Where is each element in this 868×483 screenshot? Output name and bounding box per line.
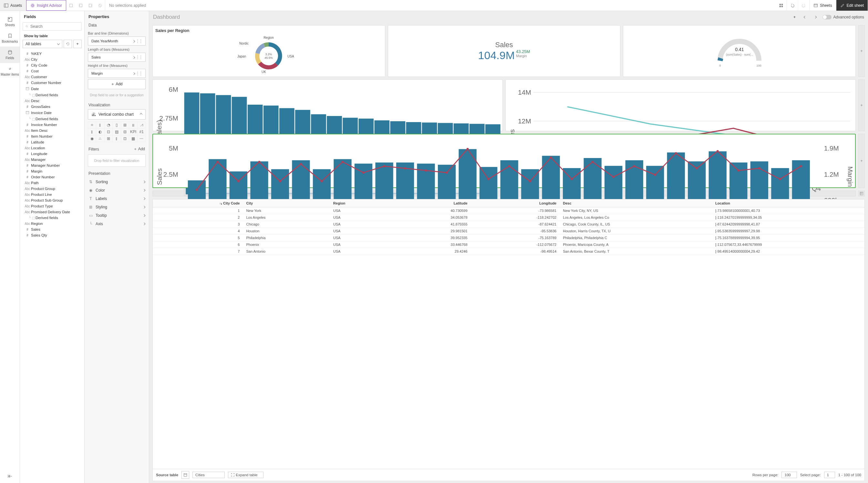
field-item[interactable]: AbcPath — [20, 180, 84, 186]
table-header[interactable]: ↑₁ City Code — [153, 199, 243, 207]
presentation-labels[interactable]: TLabels — [85, 194, 149, 203]
field-item[interactable]: AbcCity — [20, 57, 84, 62]
donut-card[interactable]: Sales per Region 3.2% 45 — [152, 25, 385, 77]
table-options-button[interactable] — [858, 191, 865, 197]
table-header[interactable]: Location — [712, 199, 864, 207]
insight-advisor-button[interactable]: Insight Advisor — [26, 0, 66, 11]
dim-pill[interactable]: Date.YearMonth ⋮⋮ — [88, 36, 146, 46]
drag-handle-icon[interactable]: ⋮⋮ — [135, 55, 142, 59]
redo-button[interactable] — [798, 0, 810, 11]
add-field-button[interactable]: + — [73, 40, 82, 48]
table-row[interactable]: 6PhoenixUSA33.446768-112.075672Phoenix, … — [153, 241, 864, 248]
line-pill[interactable]: Margin ⋮⋮ — [88, 69, 146, 78]
viz-type-option[interactable]: ⊡ — [104, 128, 113, 135]
field-item[interactable]: AbcRegion — [20, 221, 84, 227]
bars-pill[interactable]: Sales ⋮⋮ — [88, 53, 146, 62]
next-sheet-button[interactable] — [811, 12, 820, 22]
edit-sheet-button[interactable]: Edit sheet — [836, 0, 868, 11]
field-item[interactable]: AbcDesc — [20, 98, 84, 104]
table-row[interactable]: 7San AntonioUSA29.4246-98.49514San Anton… — [153, 248, 864, 255]
assets-button[interactable]: Assets — [0, 0, 26, 11]
viz-type-option[interactable]: ◉ — [88, 135, 97, 142]
combo-chart-card[interactable]: SalesMargin5M2.5M1.9M1.2M600k2012-Q12012… — [152, 134, 856, 188]
field-item[interactable]: Date — [20, 86, 84, 92]
field-item[interactable]: └ Derived fields — [20, 92, 84, 98]
viz-type-option[interactable]: ⫿ — [113, 135, 121, 142]
field-item[interactable]: Invoice Date — [20, 110, 84, 116]
viz-type-option[interactable]: ▯ — [113, 121, 121, 128]
sheets-button[interactable]: Sheets — [810, 0, 836, 11]
table-select[interactable]: All tables — [23, 40, 62, 48]
viz-type-option[interactable]: ⊞ — [104, 135, 113, 142]
rail-master[interactable]: Master items — [0, 63, 20, 80]
field-item[interactable]: #GrossSales — [20, 104, 84, 110]
field-item[interactable]: #Customer Number — [20, 80, 84, 86]
field-item[interactable]: #Order Number — [20, 174, 84, 180]
presentation-styling[interactable]: ⊞Styling — [85, 203, 149, 211]
field-item[interactable]: #Sales Qty — [20, 232, 84, 238]
presentation-tooltip[interactable]: ▭Tooltip — [85, 211, 149, 220]
add-right-slot-3[interactable]: + — [858, 134, 865, 188]
add-right-slot[interactable]: + — [858, 25, 865, 77]
viz-type-option[interactable]: ◔ — [104, 121, 113, 128]
rail-fields[interactable]: Fields — [0, 47, 20, 63]
table-header[interactable]: City — [243, 199, 330, 207]
data-table-card[interactable]: ↑₁ City CodeCityRegionLatitudeLongitudeD… — [152, 199, 865, 481]
table-row[interactable]: 4HoustonUSA29.981501-95.53836Houston, Ha… — [153, 228, 864, 235]
source-table-select[interactable]: Cities — [192, 472, 225, 478]
table-row[interactable]: 5PhiladelphiaUSA39.952335-75.163789Phila… — [153, 235, 864, 241]
table-row[interactable]: 1New YorkUSA40.730599-73.986581New York … — [153, 207, 864, 214]
viz-type-option[interactable]: ⫿ — [96, 121, 104, 128]
presentation-axis[interactable]: └Axis — [85, 220, 149, 228]
fields-search[interactable] — [23, 22, 82, 31]
presentation-color[interactable]: ◉Color — [85, 186, 149, 194]
viz-type-option[interactable]: KPI — [129, 128, 137, 135]
fields-search-input[interactable] — [30, 24, 79, 29]
field-item[interactable]: AbcProduct Line — [20, 191, 84, 198]
clear-selections-button[interactable] — [95, 0, 105, 11]
rail-bookmarks[interactable]: Bookmarks — [0, 30, 20, 47]
table-header[interactable]: Desc — [560, 199, 712, 207]
viz-type-option[interactable]: ✧ — [88, 121, 97, 128]
field-item[interactable]: #Latitude — [20, 139, 84, 145]
field-item[interactable]: AbcLocation — [20, 145, 84, 151]
field-item[interactable]: #Longitude — [20, 151, 84, 157]
viz-type-option[interactable]: ⩘ — [137, 121, 146, 128]
viz-type-option[interactable]: ⋯ — [137, 135, 146, 142]
refresh-fields-button[interactable] — [64, 40, 72, 48]
viz-type-option[interactable]: ⫿ — [88, 128, 97, 135]
expand-table-button[interactable]: ⛶ Expand table — [228, 472, 264, 478]
table-header[interactable]: Region — [330, 199, 392, 207]
field-item[interactable]: AbcManager — [20, 157, 84, 162]
table-row[interactable]: 3ChicagoUSA41.875555-87.624421Chicago, C… — [153, 221, 864, 228]
source-table-icon-button[interactable] — [182, 471, 189, 479]
add-measure-button[interactable]: ＋ Add — [88, 79, 146, 89]
viz-type-option[interactable]: ▦ — [129, 135, 137, 142]
field-item[interactable]: AbcItem Desc — [20, 128, 84, 133]
smart-select-button[interactable] — [66, 0, 76, 11]
step-fwd-button[interactable] — [86, 0, 95, 11]
viz-type-option[interactable]: ▤ — [113, 128, 121, 135]
viz-type-option[interactable]: ⊟ — [121, 128, 129, 135]
field-item[interactable]: AbcCustomer — [20, 74, 84, 80]
field-item[interactable]: #Cost — [20, 68, 84, 74]
advanced-toggle[interactable] — [823, 15, 832, 20]
field-item[interactable]: AbcPromised Delivery Date — [20, 209, 84, 215]
viz-type-option[interactable]: ∴ — [96, 135, 104, 142]
rail-sheets[interactable]: Sheets — [0, 13, 20, 30]
step-back-button[interactable] — [76, 0, 86, 11]
viz-type-select[interactable]: Vertical combo chart — [88, 109, 146, 120]
undo-button[interactable] — [787, 0, 798, 11]
field-item[interactable]: #City Code — [20, 62, 84, 68]
select-page-select[interactable]: 1 — [824, 472, 835, 478]
add-sheet-button[interactable]: + — [790, 12, 799, 22]
filters-add-button[interactable]: ＋ Add — [133, 146, 145, 152]
field-item[interactable]: AbcProduct Sub Group — [20, 198, 84, 203]
field-item[interactable]: #Sales — [20, 227, 84, 232]
table-header[interactable]: Latitude — [392, 199, 471, 207]
kpi-card[interactable]: Sales 104.9M43.25MMargin — [388, 25, 621, 77]
presentation-sorting[interactable]: ⇅Sorting — [85, 178, 149, 186]
field-item[interactable]: AbcProduct Group — [20, 186, 84, 191]
field-item[interactable]: AbcProduct Type — [20, 203, 84, 209]
field-item[interactable]: └ Derived fields — [20, 116, 84, 122]
